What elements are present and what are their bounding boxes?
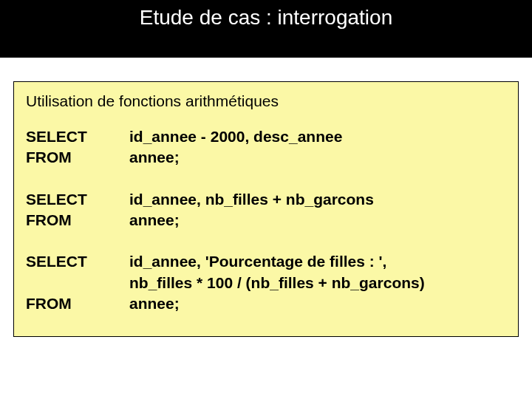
query-row: SELECT id_annee, 'Pourcentage de filles … — [26, 251, 506, 272]
sql-value: annee; — [129, 293, 180, 314]
sql-keyword: FROM — [26, 147, 129, 168]
sql-keyword: SELECT — [26, 251, 129, 272]
content-area: Utilisation de fonctions arithmétiques S… — [0, 58, 532, 337]
sql-value: id_annee, nb_filles + nb_garcons — [129, 189, 374, 210]
sql-keyword: FROM — [26, 210, 129, 231]
query-block: SELECT id_annee - 2000, desc_annee FROM … — [26, 126, 506, 168]
sql-value: nb_filles * 100 / (nb_filles + nb_garcon… — [129, 273, 425, 293]
query-row: nb_filles * 100 / (nb_filles + nb_garcon… — [26, 273, 506, 293]
sql-keyword: SELECT — [26, 189, 129, 210]
query-block: SELECT id_annee, 'Pourcentage de filles … — [26, 251, 506, 314]
sql-value: annee; — [129, 210, 180, 231]
query-panel: Utilisation de fonctions arithmétiques S… — [13, 81, 519, 337]
query-row: SELECT id_annee - 2000, desc_annee — [26, 126, 506, 147]
slide-title: Etude de cas : interrogation — [140, 6, 392, 30]
panel-title: Utilisation de fonctions arithmétiques — [26, 92, 506, 110]
query-block: SELECT id_annee, nb_filles + nb_garcons … — [26, 189, 506, 231]
sql-value: id_annee - 2000, desc_annee — [129, 126, 342, 147]
sql-value: annee; — [129, 147, 180, 168]
query-row: FROM annee; — [26, 147, 506, 168]
sql-value: id_annee, 'Pourcentage de filles : ', — [129, 251, 386, 272]
title-bar: Etude de cas : interrogation — [0, 0, 532, 58]
query-row: FROM annee; — [26, 293, 506, 314]
query-row: SELECT id_annee, nb_filles + nb_garcons — [26, 189, 506, 210]
sql-keyword: SELECT — [26, 126, 129, 147]
sql-keyword: FROM — [26, 293, 129, 314]
query-row: FROM annee; — [26, 210, 506, 231]
